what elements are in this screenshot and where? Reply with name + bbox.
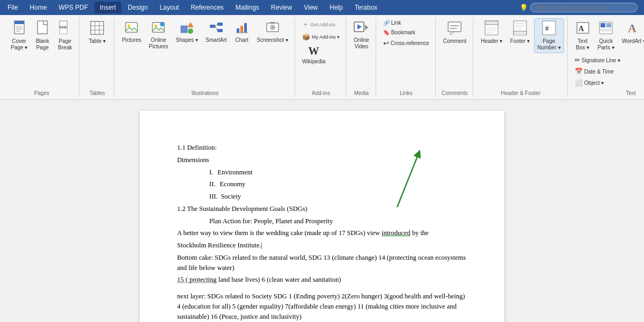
svg-rect-23 <box>210 25 215 28</box>
cover-page-icon <box>13 20 26 37</box>
ribbon-group-links: 🔗 Link 🔖 Bookmark ↩ Cross-reference Link… <box>377 17 436 97</box>
tables-buttons: Table ▾ <box>84 18 111 88</box>
comments-buttons: Comment <box>440 18 470 88</box>
menu-home[interactable]: Home <box>24 2 52 13</box>
svg-rect-59 <box>601 23 605 27</box>
get-addins-label: Get Add-ins <box>310 22 335 27</box>
addins-group-label: Add-ins <box>312 89 330 96</box>
cover-page-button[interactable]: CoverPage ▾ <box>8 18 31 53</box>
media-buttons: OnlineVideo <box>350 18 372 88</box>
footer-icon <box>513 20 527 37</box>
ribbon-content: CoverPage ▾ BlankPage PageBreak Pages <box>0 15 644 99</box>
pages-buttons: CoverPage ▾ BlankPage PageBreak <box>8 18 76 88</box>
online-pictures-button[interactable]: 🌐 OnlinePictures <box>145 18 171 52</box>
introduced-link[interactable]: introduced <box>382 229 410 237</box>
get-addins-button[interactable]: ＋ Get Add-ins <box>299 18 342 31</box>
menu-mailings[interactable]: Mailings <box>230 2 265 13</box>
cross-reference-button[interactable]: ↩ Cross-reference <box>380 38 432 49</box>
wikipedia-icon: W <box>309 45 319 57</box>
comment-icon <box>447 20 462 37</box>
svg-marker-41 <box>450 32 455 35</box>
ribbon-group-addins: ＋ Get Add-ins 📦 My Add-ins ▾ W Wikipedia… <box>296 17 346 97</box>
comment-label: Comment <box>443 38 466 45</box>
svg-point-34 <box>272 26 274 28</box>
footer-label: Footer ▾ <box>510 38 530 45</box>
screenshot-button[interactable]: Screenshot ▾ <box>254 18 291 46</box>
para1: A better way to view them is the wedding… <box>177 228 467 238</box>
para3-protecting: 15 ( protecting <box>177 276 217 283</box>
header-button[interactable]: Header ▾ <box>478 18 506 47</box>
signature-line-icon: ✏ <box>575 56 580 64</box>
section2-sub: Plan Action for: People, Planet and Pros… <box>209 216 467 226</box>
section2-heading: 1.2 The Sustainable Development Goals (S… <box>177 204 467 214</box>
svg-rect-30 <box>244 23 247 33</box>
text-group-label: Text <box>626 89 635 96</box>
para1-before: A better way to view them is the wedding… <box>177 229 382 237</box>
svg-rect-61 <box>601 29 611 31</box>
date-time-icon: 📅 <box>575 68 583 75</box>
blank-page-label: BlankPage <box>36 38 49 51</box>
chart-icon <box>235 20 249 36</box>
para4-text: SDGs related to Society SDG 1 (Ending po… <box>177 292 465 320</box>
menu-insert[interactable]: Insert <box>94 2 121 13</box>
menu-review[interactable]: Review <box>266 2 297 13</box>
menu-design[interactable]: Design <box>122 2 153 13</box>
para1-after: by the <box>411 229 429 237</box>
ribbon-group-header-footer: Header ▾ Footer ▾ # PageNumber ▾ Header … <box>474 17 568 97</box>
chart-button[interactable]: Chart <box>231 18 253 46</box>
page-break-button[interactable]: PageBreak <box>54 18 76 53</box>
svg-rect-35 <box>270 22 275 24</box>
svg-marker-21 <box>187 22 194 27</box>
para3-rest: land base lives) 6 (clean water and sani… <box>217 276 341 283</box>
para2: Bottom cake: SDGs related to the natural… <box>177 253 467 273</box>
search-input[interactable] <box>530 3 638 12</box>
ribbon-group-tables: Table ▾ Tables <box>80 17 114 97</box>
menu-file[interactable]: File <box>2 2 23 13</box>
my-addins-button[interactable]: 📦 My Add-ins ▾ <box>299 32 342 42</box>
screenshot-icon <box>266 20 280 36</box>
section1-heading: 1.1 Definition: <box>177 143 467 153</box>
page-break-label: PageBreak <box>58 38 72 51</box>
wordart-button[interactable]: A WordArt ▾ <box>619 18 644 47</box>
svg-rect-45 <box>485 21 498 25</box>
ribbon-group-illustrations: Pictures 🌐 OnlinePictures Shapes ▾ <box>115 17 295 97</box>
link-label: Link <box>391 20 401 26</box>
svg-point-22 <box>188 28 193 34</box>
object-button[interactable]: ⬜ Object ▾ <box>572 77 644 88</box>
menu-view[interactable]: View <box>298 2 323 13</box>
svg-text:A: A <box>579 25 584 33</box>
page-number-button[interactable]: # PageNumber ▾ <box>534 18 564 53</box>
pictures-button[interactable]: Pictures <box>119 18 144 46</box>
text-box-button[interactable]: A TextBox ▾ <box>572 18 594 53</box>
svg-text:A: A <box>628 21 636 35</box>
online-pictures-icon: 🌐 <box>151 20 165 36</box>
smartart-button[interactable]: SmartArt <box>202 18 230 46</box>
signature-line-button[interactable]: ✏ Signature Line ▾ <box>572 55 644 65</box>
date-time-button[interactable]: 📅 Date & Time <box>572 66 644 77</box>
shapes-icon <box>180 20 194 36</box>
menu-layout[interactable]: Layout <box>154 2 184 13</box>
menu-terabox[interactable]: Terabox <box>349 2 383 13</box>
smartart-label: SmartArt <box>206 37 226 43</box>
quick-parts-button[interactable]: QuickParts ▾ <box>595 18 618 53</box>
table-button[interactable]: Table ▾ <box>84 18 111 47</box>
online-video-icon <box>354 20 369 36</box>
links-group-label: Links <box>400 89 412 96</box>
footer-button[interactable]: Footer ▾ <box>507 18 533 47</box>
comment-button[interactable]: Comment <box>440 18 470 47</box>
menu-wps-pdf[interactable]: WPS PDF <box>53 2 93 13</box>
shapes-button[interactable]: Shapes ▾ <box>172 18 201 46</box>
svg-rect-60 <box>606 23 611 27</box>
online-video-button[interactable]: OnlineVideo <box>350 18 372 52</box>
svg-rect-5 <box>38 21 47 34</box>
header-label: Header ▾ <box>481 38 503 45</box>
link-button[interactable]: 🔗 Link <box>380 18 404 27</box>
document-page: 1.1 Definition: Dimensions I.Environment… <box>140 111 504 322</box>
menu-references[interactable]: References <box>185 2 229 13</box>
media-group-label: Media <box>354 89 369 96</box>
bookmark-button[interactable]: 🔖 Bookmark <box>380 28 418 37</box>
blank-page-button[interactable]: BlankPage <box>32 18 53 53</box>
menu-help[interactable]: Help <box>324 2 348 13</box>
wikipedia-button[interactable]: W Wikipedia <box>299 43 328 67</box>
search-container: 💡 <box>519 3 638 12</box>
